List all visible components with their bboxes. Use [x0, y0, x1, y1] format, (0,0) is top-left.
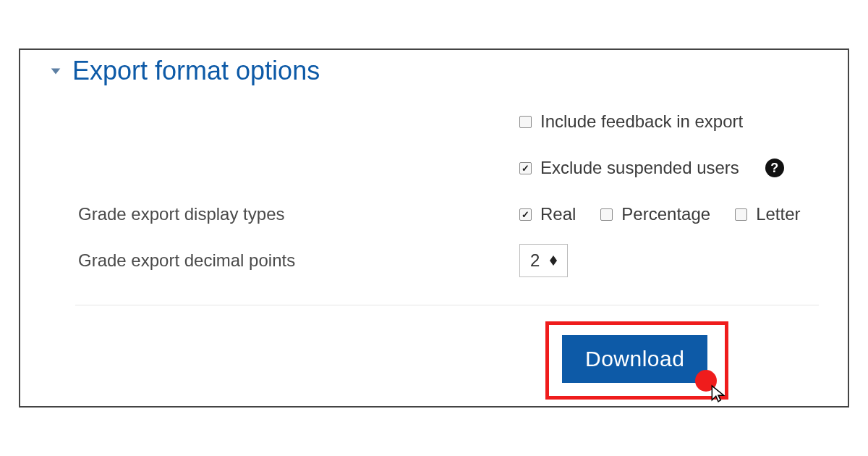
section-title: Export format options — [72, 56, 320, 86]
include-feedback-label: Include feedback in export — [540, 111, 743, 132]
action-row: Download — [49, 321, 819, 400]
decimal-points-select[interactable]: 2 — [519, 244, 568, 277]
download-button[interactable]: Download — [562, 335, 707, 383]
display-type-percentage-checkbox[interactable] — [600, 208, 613, 221]
cursor-icon — [709, 384, 728, 403]
row-decimal-points: Grade export decimal points 2 — [49, 231, 819, 290]
select-arrows-icon — [550, 256, 557, 266]
display-type-letter-checkbox[interactable] — [735, 208, 747, 221]
display-type-letter-label: Letter — [756, 204, 800, 224]
export-format-panel: Export format options Include feedback i… — [19, 48, 849, 408]
help-icon[interactable]: ? — [765, 159, 784, 177]
svg-marker-0 — [51, 68, 61, 74]
decimal-points-label: Grade export decimal points — [49, 250, 519, 271]
svg-marker-1 — [550, 256, 557, 261]
svg-marker-2 — [550, 261, 557, 266]
annotation-highlight: Download — [545, 321, 728, 400]
divider — [75, 305, 819, 305]
row-include-feedback: Include feedback in export — [49, 105, 819, 138]
section-header[interactable]: Export format options — [49, 56, 819, 86]
exclude-suspended-checkbox[interactable] — [519, 162, 532, 174]
display-type-percentage-label: Percentage — [621, 204, 710, 224]
display-types-label: Grade export display types — [49, 204, 519, 224]
row-exclude-suspended: Exclude suspended users ? — [49, 138, 819, 198]
include-feedback-checkbox[interactable] — [519, 116, 532, 128]
exclude-suspended-label: Exclude suspended users — [540, 158, 739, 178]
collapse-caret-icon[interactable] — [49, 64, 62, 77]
display-type-real-label: Real — [540, 204, 576, 224]
display-type-real-checkbox[interactable] — [519, 208, 532, 221]
decimal-points-value: 2 — [530, 250, 540, 271]
svg-marker-3 — [712, 386, 724, 402]
row-display-types: Grade export display types Real Percenta… — [49, 198, 819, 231]
